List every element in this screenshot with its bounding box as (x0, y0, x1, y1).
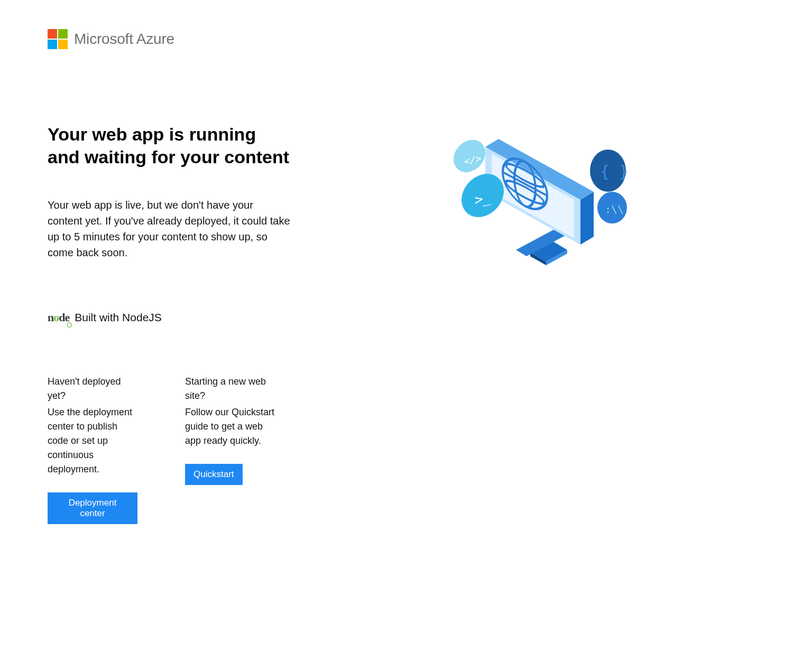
svg-text:{ }: { } (600, 162, 629, 181)
microsoft-logo-icon (48, 29, 68, 49)
deploy-card: Haven't deployed yet? Use the deployment… (48, 375, 137, 524)
quickstart-card-body: Follow our Quickstart guide to get a web… (185, 405, 275, 448)
cloud-monitor-illustration: </> >_ { } :\\ (438, 123, 639, 271)
hero-description: Your web app is live, but we don't have … (48, 197, 291, 260)
quickstart-card-lead: Starting a new web site? (185, 375, 275, 403)
quickstart-button[interactable]: Quickstart (185, 464, 243, 485)
page-header: Microsoft Azure (48, 29, 764, 49)
svg-marker-5 (580, 192, 594, 245)
nodejs-logo-icon: node ⬡ (48, 311, 69, 324)
svg-text::\\: :\\ (605, 203, 624, 216)
deploy-card-lead: Haven't deployed yet? (48, 375, 137, 403)
deployment-center-button[interactable]: Deployment center (48, 492, 137, 524)
action-cards: Haven't deployed yet? Use the deployment… (48, 375, 764, 524)
brand-name: Microsoft Azure (74, 31, 174, 48)
page-title: Your web app is running and waiting for … (48, 123, 291, 168)
built-with-label: Built with NodeJS (75, 311, 162, 324)
quickstart-card: Starting a new web site? Follow our Quic… (185, 375, 275, 524)
deploy-card-body: Use the deployment center to publish cod… (48, 405, 137, 477)
hero-section: Your web app is running and waiting for … (48, 123, 764, 271)
built-with-row: node ⬡ Built with NodeJS (48, 311, 764, 324)
